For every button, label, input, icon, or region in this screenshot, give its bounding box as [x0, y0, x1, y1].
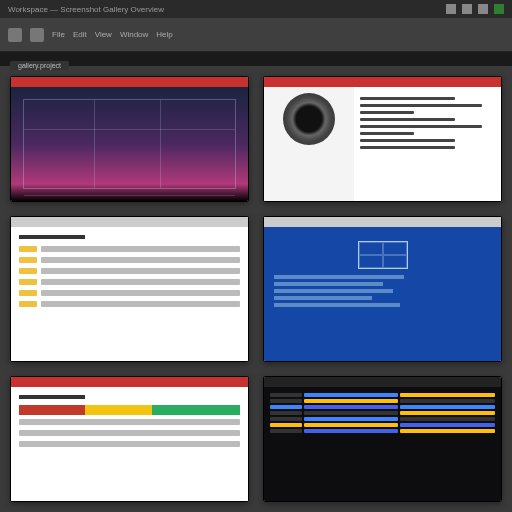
list-item	[19, 418, 240, 426]
menu-edit[interactable]: Edit	[73, 30, 87, 39]
thumbnail-bluescreen[interactable]	[263, 216, 502, 363]
text-line	[274, 296, 372, 300]
minimize-icon[interactable]	[462, 4, 472, 14]
thumb-titlebar	[11, 217, 248, 227]
editor-column	[400, 393, 495, 495]
editor-gutter	[270, 393, 302, 495]
text-line	[360, 104, 481, 107]
thumb-content	[354, 87, 501, 201]
lens-icon	[283, 93, 335, 145]
thumb-titlebar	[11, 377, 248, 387]
close-icon[interactable]	[494, 4, 504, 14]
tab-bar: gallery.project	[0, 52, 512, 66]
list-item	[19, 429, 240, 437]
text-line	[360, 139, 454, 142]
list-item	[19, 289, 240, 297]
menu-view[interactable]: View	[95, 30, 112, 39]
status-bar-icon	[19, 405, 240, 415]
text-line	[274, 275, 404, 279]
window-controls	[446, 4, 504, 14]
menu-window[interactable]: Window	[120, 30, 148, 39]
menu-file[interactable]: File	[52, 30, 65, 39]
menu-icon[interactable]	[30, 28, 44, 42]
thumbnail-forum[interactable]	[10, 216, 249, 363]
list-item	[19, 256, 240, 264]
main-toolbar: File Edit View Window Help	[0, 18, 512, 52]
text-line	[360, 146, 454, 149]
editor-column	[304, 393, 399, 495]
thumbnail-visualizer[interactable]	[10, 76, 249, 202]
heading-line	[19, 395, 85, 399]
text-line	[274, 289, 393, 293]
maximize-icon[interactable]	[478, 4, 488, 14]
thumb-titlebar	[264, 77, 501, 87]
thumb-body	[11, 87, 248, 201]
thumbnail-media-page[interactable]	[263, 76, 502, 202]
share-icon[interactable]	[446, 4, 456, 14]
thumb-titlebar	[11, 77, 248, 87]
thumbnail-dashboard[interactable]	[10, 376, 249, 502]
list-item	[19, 300, 240, 308]
app-icon	[8, 28, 22, 42]
text-line	[274, 282, 383, 286]
thumb-sidebar	[264, 87, 354, 201]
text-line	[360, 111, 414, 114]
tab-gallery[interactable]: gallery.project	[10, 61, 69, 70]
text-line	[360, 125, 481, 128]
menu-help[interactable]: Help	[156, 30, 172, 39]
thumb-body	[11, 387, 248, 501]
text-line	[360, 97, 454, 100]
thumb-titlebar	[264, 217, 501, 227]
text-line	[274, 303, 400, 307]
thumbnail-grid	[0, 66, 512, 512]
thumb-body	[264, 227, 501, 362]
list-item	[19, 278, 240, 286]
thumb-body	[11, 227, 248, 362]
grid-overlay-icon	[23, 99, 236, 189]
window-titlebar: Workspace — Screenshot Gallery Overview	[0, 0, 512, 18]
thumb-body	[264, 87, 501, 201]
blueprint-icon	[358, 241, 408, 269]
list-item	[19, 245, 240, 253]
thumb-titlebar	[264, 377, 501, 387]
window-title: Workspace — Screenshot Gallery Overview	[8, 5, 164, 14]
thumb-body	[264, 387, 501, 501]
text-line	[360, 132, 414, 135]
thumbnail-code-editor[interactable]	[263, 376, 502, 502]
list-item	[19, 440, 240, 448]
list-item	[19, 267, 240, 275]
text-line	[360, 118, 454, 121]
heading-line	[19, 235, 85, 239]
